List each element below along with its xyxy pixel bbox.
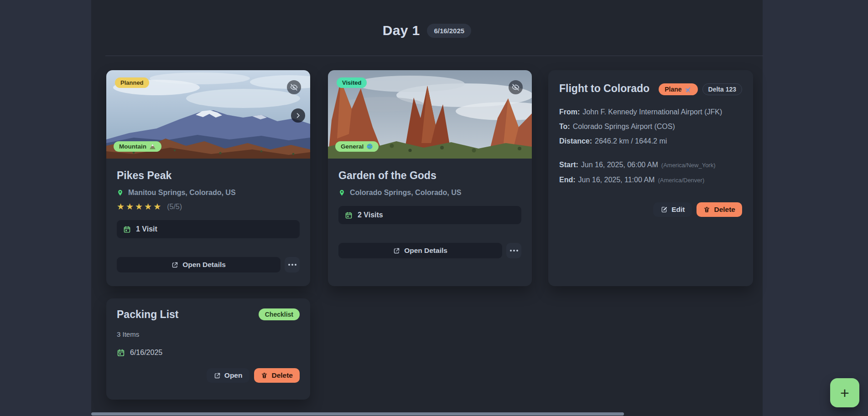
header-divider <box>105 56 763 56</box>
day-date-badge: 6/16/2025 <box>427 24 471 38</box>
plus-icon: + <box>840 384 849 402</box>
packing-header: Packing List Checklist <box>117 308 300 321</box>
status-badge: Visited <box>337 77 367 88</box>
end-timezone: (America/Denver) <box>658 177 704 184</box>
location-row: Manitou Springs, Colorado, US <box>117 189 300 197</box>
checklist-date-row: 6/16/2025 <box>117 349 300 357</box>
app-viewport: Day 1 6/16/2025 <box>0 0 868 416</box>
horizontal-scrollbar-thumb[interactable] <box>91 412 624 416</box>
flight-badges: Plane Delta 123 <box>659 83 742 95</box>
end-label: End: <box>559 176 576 184</box>
checklist-date: 6/16/2025 <box>130 349 162 357</box>
trash-icon <box>261 372 268 379</box>
card-actions: Open Details <box>117 257 300 272</box>
items-count: 3 Items <box>117 330 300 338</box>
delete-label: Delete <box>271 371 293 380</box>
edit-button[interactable]: Edit <box>653 202 692 217</box>
open-details-button[interactable]: Open Details <box>338 243 502 258</box>
to-label: To: <box>559 123 570 130</box>
open-button[interactable]: Open <box>207 368 250 383</box>
location-text: Colorado Springs, Colorado, US <box>350 189 461 197</box>
trash-icon <box>703 206 710 213</box>
external-link-icon <box>214 372 221 379</box>
flight-end-row: End:Jun 16, 2025, 11:00 AM(America/Denve… <box>559 175 742 185</box>
calendar-icon <box>117 349 125 357</box>
open-details-button[interactable]: Open Details <box>117 257 281 272</box>
visits-count: 2 Visits <box>358 211 383 219</box>
place-title: Garden of the Gods <box>338 169 521 182</box>
delete-label: Delete <box>714 205 735 214</box>
flight-start-row: Start:Jun 16, 2025, 06:00 AM(America/New… <box>559 160 742 170</box>
day-header: Day 1 6/16/2025 <box>91 23 763 38</box>
start-timezone: (America/New_York) <box>661 162 716 169</box>
place-title: Pikes Peak <box>117 169 300 182</box>
delete-button[interactable]: Delete <box>696 202 742 217</box>
location-pin-icon <box>117 189 124 197</box>
chevron-right-icon <box>295 112 301 119</box>
open-details-label: Open Details <box>182 261 226 269</box>
flight-number-badge: Delta 123 <box>702 83 742 95</box>
from-label: From: <box>559 108 580 116</box>
page-title: Day 1 <box>383 23 420 38</box>
flight-from-row: From:John F. Kennedy International Airpo… <box>559 108 742 117</box>
airplane-icon <box>683 84 693 94</box>
transport-card-flight: Flight to Colorado Plane Delta 123 From:… <box>548 70 753 286</box>
visits-row[interactable]: 2 Visits <box>338 206 521 224</box>
ellipsis-icon <box>288 264 296 266</box>
eye-off-icon <box>290 83 298 91</box>
start-label: Start: <box>559 161 578 169</box>
next-image-button[interactable] <box>291 108 305 123</box>
start-value: Jun 16, 2025, 06:00 AM <box>581 161 658 169</box>
rating-value: (5/5) <box>167 203 182 211</box>
to-value: Colorado Springs Airport (COS) <box>573 123 675 130</box>
garden-of-the-gods-photo: Visited General <box>328 70 532 159</box>
hide-visibility-button[interactable] <box>287 80 301 94</box>
rating-row: ★★★★★ (5/5) <box>117 201 300 212</box>
checklist-type-badge: Checklist <box>259 308 300 320</box>
end-value: Jun 16, 2025, 11:00 AM <box>578 176 655 184</box>
flight-to-row: To:Colorado Springs Airport (COS) <box>559 122 742 131</box>
transport-mode-badge: Plane <box>659 83 697 95</box>
flight-actions: Edit Delete <box>559 202 742 217</box>
garden-card-body: Garden of the Gods Colorado Springs, Col… <box>328 159 532 258</box>
location-text: Manitou Springs, Colorado, US <box>128 189 236 197</box>
calendar-icon <box>345 211 353 219</box>
packing-actions: Open Delete <box>117 368 300 383</box>
open-details-label: Open Details <box>404 247 447 255</box>
from-value: John F. Kennedy International Airport (J… <box>582 108 722 116</box>
external-link-icon <box>393 247 400 254</box>
category-badge-label: Mountain <box>119 143 146 150</box>
more-options-button[interactable] <box>506 243 521 258</box>
distance-value: 2646.2 km / 1644.2 mi <box>595 137 667 145</box>
visits-row[interactable]: 1 Visit <box>117 220 300 238</box>
status-badge: Planned <box>115 77 149 88</box>
transport-mode-label: Plane <box>665 86 681 93</box>
eye-off-icon <box>512 83 520 91</box>
edit-icon <box>660 206 668 213</box>
flight-header: Flight to Colorado Plane Delta 123 <box>559 82 742 95</box>
globe-icon <box>366 143 373 150</box>
checklist-card-packing-list: Packing List Checklist 3 Items 6/16/2025 <box>106 298 310 400</box>
calendar-icon <box>123 226 131 233</box>
edit-label: Edit <box>671 205 685 214</box>
location-row: Colorado Springs, Colorado, US <box>338 189 521 197</box>
location-pin-icon <box>338 189 345 197</box>
category-badge: Mountain <box>114 141 161 152</box>
delete-button[interactable]: Delete <box>254 368 300 383</box>
place-card-pikes-peak: Planned Mountain <box>106 70 310 286</box>
star-rating: ★★★★★ <box>117 201 162 212</box>
pikes-peak-card-body: Pikes Peak Manitou Springs, Colorado, US… <box>106 159 310 272</box>
pikes-peak-photo: Planned Mountain <box>106 70 310 159</box>
checklist-title: Packing List <box>117 308 178 321</box>
distance-label: Distance: <box>559 137 592 145</box>
open-label: Open <box>224 371 243 380</box>
flight-title: Flight to Colorado <box>559 82 650 95</box>
place-card-garden-of-the-gods: Visited General <box>328 70 532 286</box>
hide-visibility-button[interactable] <box>509 80 523 94</box>
category-badge-label: General <box>341 143 364 150</box>
flight-distance-row: Distance:2646.2 km / 1644.2 mi <box>559 137 742 146</box>
mountain-icon <box>149 143 156 150</box>
more-options-button[interactable] <box>285 257 300 272</box>
add-item-button[interactable]: + <box>830 378 859 407</box>
external-link-icon <box>172 262 178 268</box>
